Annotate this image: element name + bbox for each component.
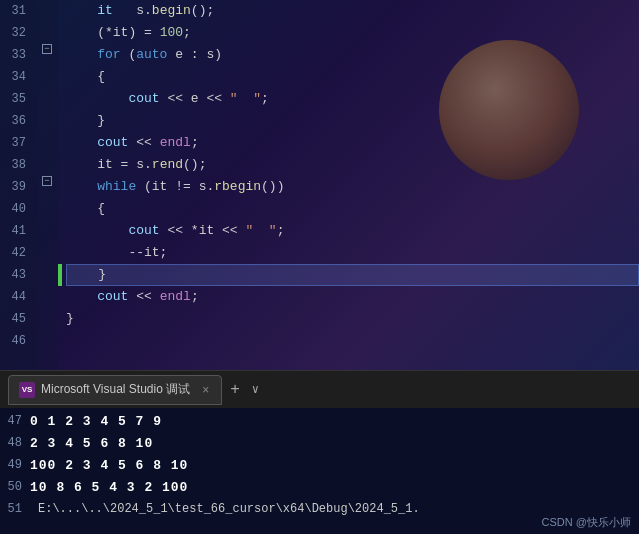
line-num-36: 36 <box>0 110 32 132</box>
line-numbers: 31 32 33 34 35 36 37 38 39 40 41 42 43 4… <box>0 0 38 370</box>
output-line-49: 49 100 2 3 4 5 6 8 10 <box>0 454 639 476</box>
code-line-44: cout << endl; <box>66 286 639 308</box>
code-line-45: } <box>66 308 639 330</box>
output-line-47: 47 0 1 2 3 4 5 7 9 <box>0 410 639 432</box>
output-content-49: 100 2 3 4 5 6 8 10 <box>30 458 188 473</box>
code-line-31: it s.begin(); <box>66 0 639 22</box>
code-line-36: } <box>66 110 639 132</box>
line-num-44: 44 <box>0 286 32 308</box>
code-line-46 <box>66 330 639 352</box>
line-num-43: 43 <box>0 264 32 286</box>
line-num-42: 42 <box>0 242 32 264</box>
line-num-41: 41 <box>0 220 32 242</box>
code-line-43: } <box>66 264 639 286</box>
line-num-38: 38 <box>0 154 32 176</box>
output-last-line: E:\...\..\2024_5_1\test_66_cursor\x64\De… <box>30 498 420 520</box>
output-content-48: 2 3 4 5 6 8 10 <box>30 436 153 451</box>
fold-indicator-39[interactable]: − <box>42 176 52 186</box>
code-line-32: (*it) = 100; <box>66 22 639 44</box>
output-line-48: 48 2 3 4 5 6 8 10 <box>0 432 639 454</box>
code-lines: it s.begin(); (*it) = 100; for (auto e :… <box>62 0 639 370</box>
output-line-50: 50 10 8 6 5 4 3 2 100 <box>0 476 639 498</box>
output-content-47: 0 1 2 3 4 5 7 9 <box>30 414 162 429</box>
tab-close-button[interactable]: × <box>200 383 211 397</box>
code-line-37: cout << endl; <box>66 132 639 154</box>
gutter: − − <box>38 0 58 370</box>
watermark: CSDN @快乐小师 <box>542 515 631 530</box>
tab-label: Microsoft Visual Studio 调试 <box>41 381 190 398</box>
code-container: 31 32 33 34 35 36 37 38 39 40 41 42 43 4… <box>0 0 639 370</box>
output-num-50: 50 <box>0 480 30 494</box>
line-num-37: 37 <box>0 132 32 154</box>
vs-logo-icon: VS <box>19 382 35 398</box>
line-num-32: 32 <box>0 22 32 44</box>
line-num-34: 34 <box>0 66 32 88</box>
output-num-51: 51 <box>0 502 30 516</box>
code-line-35: cout << e << " "; <box>66 88 639 110</box>
fold-indicator-33[interactable]: − <box>42 44 52 54</box>
output-num-47: 47 <box>0 414 30 428</box>
code-line-34: { <box>66 66 639 88</box>
line-num-35: 35 <box>0 88 32 110</box>
line-num-31: 31 <box>0 0 32 22</box>
code-line-42: --it; <box>66 242 639 264</box>
line-num-46: 46 <box>0 330 32 352</box>
code-line-41: cout << *it << " "; <box>66 220 639 242</box>
taskbar: VS Microsoft Visual Studio 调试 × + ∨ <box>0 370 639 408</box>
line-num-39: 39 <box>0 176 32 198</box>
output-num-49: 49 <box>0 458 30 472</box>
tab-arrow-button[interactable]: ∨ <box>248 382 263 397</box>
code-line-39: while (it != s.rbegin()) <box>66 176 639 198</box>
add-tab-button[interactable]: + <box>222 381 248 399</box>
code-line-33: for (auto e : s) <box>66 44 639 66</box>
code-line-38: it = s.rend(); <box>66 154 639 176</box>
output-content-50: 10 8 6 5 4 3 2 100 <box>30 480 188 495</box>
output-area: 47 0 1 2 3 4 5 7 9 48 2 3 4 5 6 8 10 49 … <box>0 408 639 534</box>
editor-area: 31 32 33 34 35 36 37 38 39 40 41 42 43 4… <box>0 0 639 370</box>
code-line-40: { <box>66 198 639 220</box>
taskbar-tab[interactable]: VS Microsoft Visual Studio 调试 × <box>8 375 222 405</box>
line-num-33: 33 <box>0 44 32 66</box>
line-num-40: 40 <box>0 198 32 220</box>
line-num-45: 45 <box>0 308 32 330</box>
output-num-48: 48 <box>0 436 30 450</box>
